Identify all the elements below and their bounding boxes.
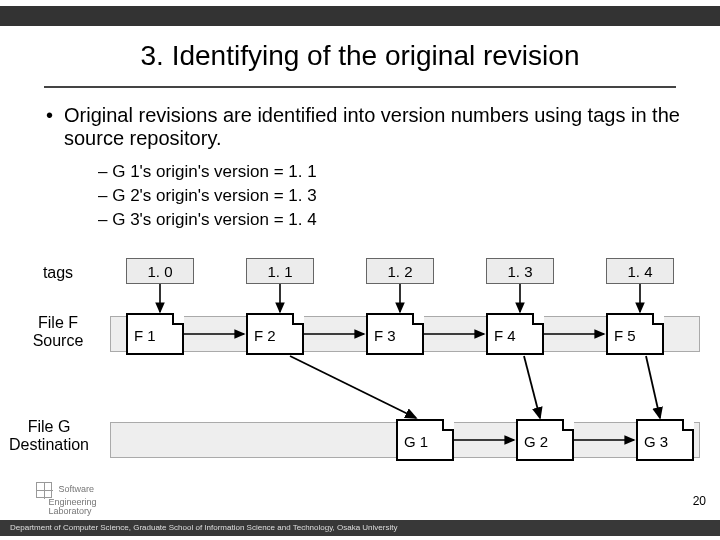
version-tag: 1. 4 bbox=[606, 258, 674, 284]
page-fold-icon bbox=[442, 419, 454, 431]
page-number: 20 bbox=[693, 494, 706, 508]
sub-bullets: G 1's origin's version = 1. 1 G 2's orig… bbox=[98, 160, 317, 231]
source-file: F 3 bbox=[366, 313, 424, 355]
footer-bar: Department of Computer Science, Graduate… bbox=[0, 520, 720, 536]
source-file: F 1 bbox=[126, 313, 184, 355]
bullet-main: Original revisions are identified into v… bbox=[64, 104, 680, 150]
svg-line-11 bbox=[646, 356, 660, 418]
source-file: F 4 bbox=[486, 313, 544, 355]
source-file: F 2 bbox=[246, 313, 304, 355]
label-source: File F Source bbox=[20, 314, 96, 350]
page-fold-icon bbox=[562, 419, 574, 431]
svg-line-10 bbox=[524, 356, 540, 418]
page-fold-icon bbox=[652, 313, 664, 325]
slide-title: 3. Identifying of the original revision bbox=[0, 40, 720, 72]
destination-file: G 3 bbox=[636, 419, 694, 461]
label-tags: tags bbox=[28, 264, 88, 282]
version-tag: 1. 1 bbox=[246, 258, 314, 284]
destination-file: G 2 bbox=[516, 419, 574, 461]
page-fold-icon bbox=[412, 313, 424, 325]
sub-bullet: G 2's origin's version = 1. 3 bbox=[98, 184, 317, 208]
page-fold-icon bbox=[292, 313, 304, 325]
page-fold-icon bbox=[682, 419, 694, 431]
svg-line-9 bbox=[290, 356, 416, 418]
destination-file: G 1 bbox=[396, 419, 454, 461]
version-tag: 1. 2 bbox=[366, 258, 434, 284]
page-fold-icon bbox=[172, 313, 184, 325]
page-fold-icon bbox=[532, 313, 544, 325]
logo-glyph-icon bbox=[36, 482, 52, 498]
top-bar bbox=[0, 6, 720, 26]
source-file: F 5 bbox=[606, 313, 664, 355]
sub-bullet: G 1's origin's version = 1. 1 bbox=[98, 160, 317, 184]
lab-logo: Software Engineering Laboratory bbox=[36, 482, 97, 516]
sub-bullet: G 3's origin's version = 1. 4 bbox=[98, 208, 317, 232]
title-rule bbox=[44, 86, 676, 88]
label-destination: File G Destination bbox=[0, 418, 98, 454]
version-tag: 1. 3 bbox=[486, 258, 554, 284]
version-tag: 1. 0 bbox=[126, 258, 194, 284]
